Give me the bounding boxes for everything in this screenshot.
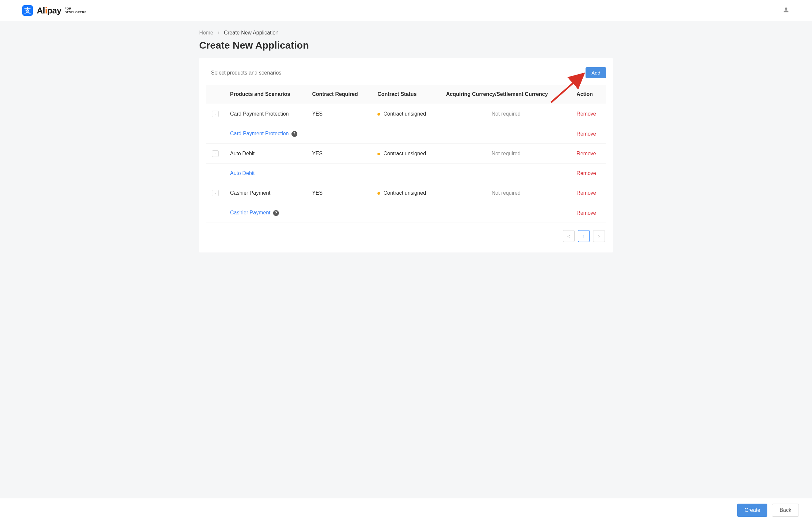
col-products: Products and Scenarios xyxy=(225,85,307,104)
help-icon[interactable]: ? xyxy=(291,131,297,137)
cell-currency: Not required xyxy=(441,144,571,164)
breadcrumb-home[interactable]: Home xyxy=(199,30,214,36)
status-dot-icon xyxy=(378,113,380,116)
brand-name: Alipay xyxy=(37,5,61,16)
col-contract-status: Contract Status xyxy=(372,85,441,104)
top-header: 支 Alipay FOR DEVELOPERS xyxy=(0,0,812,21)
help-icon[interactable]: ? xyxy=(273,210,279,216)
brand-logo[interactable]: 支 Alipay FOR DEVELOPERS xyxy=(22,5,87,16)
section-label: Select products and scenarios xyxy=(211,70,281,76)
remove-link[interactable]: Remove xyxy=(577,151,596,156)
status-dot-icon xyxy=(378,153,380,155)
breadcrumb-separator: / xyxy=(218,30,219,36)
cell-contract-required: YES xyxy=(307,183,372,203)
remove-link[interactable]: Remove xyxy=(577,131,596,137)
pagination: < 1 > xyxy=(206,230,606,242)
cell-contract-status: Contract unsigned xyxy=(372,183,441,203)
user-avatar-icon[interactable] xyxy=(783,6,790,15)
alipay-logo-icon: 支 xyxy=(22,5,33,16)
page-current[interactable]: 1 xyxy=(578,230,590,242)
table-row: - Auto Debit YES Contract unsigned Not r… xyxy=(206,144,606,164)
cell-product-name: Card Payment Protection xyxy=(225,104,307,124)
table-subrow: Cashier Payment? Remove xyxy=(206,203,606,223)
remove-link[interactable]: Remove xyxy=(577,190,596,196)
cell-contract-status: Contract unsigned xyxy=(372,104,441,124)
remove-link[interactable]: Remove xyxy=(577,170,596,176)
products-card: Select products and scenarios Add Produc… xyxy=(199,58,613,253)
cell-contract-required: YES xyxy=(307,104,372,124)
cell-contract-required: YES xyxy=(307,144,372,164)
cell-product-name: Auto Debit xyxy=(225,144,307,164)
page-next[interactable]: > xyxy=(593,230,605,242)
logo-glyph: 支 xyxy=(24,6,31,15)
status-dot-icon xyxy=(378,192,380,195)
add-button[interactable]: Add xyxy=(586,67,606,78)
cell-product-name: Cashier Payment xyxy=(225,183,307,203)
remove-link[interactable]: Remove xyxy=(577,111,596,117)
breadcrumb-current: Create New Application xyxy=(224,30,278,36)
page-prev[interactable]: < xyxy=(563,230,575,242)
table-subrow: Auto Debit Remove xyxy=(206,164,606,183)
products-table: Products and Scenarios Contract Required… xyxy=(206,85,606,223)
cell-contract-status: Contract unsigned xyxy=(372,144,441,164)
expand-toggle[interactable]: - xyxy=(212,150,219,157)
cell-currency: Not required xyxy=(441,183,571,203)
col-currency: Acquiring Currency/Settlement Currency xyxy=(441,85,571,104)
table-row: - Card Payment Protection YES Contract u… xyxy=(206,104,606,124)
scenario-link[interactable]: Cashier Payment xyxy=(230,210,270,215)
cell-currency: Not required xyxy=(441,104,571,124)
brand-subtitle: FOR DEVELOPERS xyxy=(65,7,87,14)
page-title: Create New Application xyxy=(199,40,613,51)
scenario-link[interactable]: Card Payment Protection xyxy=(230,130,289,136)
breadcrumb: Home / Create New Application xyxy=(199,30,613,36)
table-row: - Cashier Payment YES Contract unsigned … xyxy=(206,183,606,203)
col-contract-required: Contract Required xyxy=(307,85,372,104)
expand-toggle[interactable]: - xyxy=(212,111,219,117)
table-subrow: Card Payment Protection? Remove xyxy=(206,124,606,144)
col-action: Action xyxy=(571,85,606,104)
scenario-link[interactable]: Auto Debit xyxy=(230,170,255,176)
expand-toggle[interactable]: - xyxy=(212,190,219,196)
remove-link[interactable]: Remove xyxy=(577,210,596,216)
